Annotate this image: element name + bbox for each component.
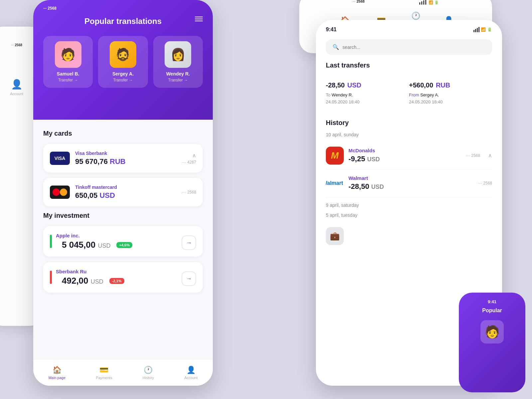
visa-card-info: Visa Sberbank 95 670,76 RUB [75,151,177,166]
left-hamburger-menu[interactable] [195,17,203,21]
mcdonalds-dots: ···· 2568 [466,153,480,158]
history-mcdonalds[interactable]: M McDonalds -9,25 USD ···· 2568 ∧ [326,142,492,170]
contact-wendey-action: Transfer → [168,78,188,82]
right-time: 9:41 [326,27,336,33]
sberbank-arrow-btn[interactable]: → [182,271,196,286]
walmart-amount: -28,50 USD [348,182,473,191]
visa-card-item[interactable]: VISA Visa Sberbank 95 670,76 RUB ∧ ···· … [43,144,203,173]
walmart-name: Walmart [348,175,473,181]
peek-label: Popular [482,308,502,314]
avatar-samuel: 🧑 [55,41,81,68]
transfer-item-2: +560,00 RUB From Sergey A. 24.05.2020 18… [409,76,492,109]
apple-badge: +4,6% [116,242,132,248]
left-account-label: Account [10,92,23,96]
apple-invest-name: Apple inc. [56,233,132,238]
transfer-2-detail: From Sergey A. 24.05.2020 18:40 [409,92,492,106]
left-status-text: ··· 2568 [43,6,57,11]
bottom-nav-history-label: History [143,376,154,380]
battery-icon: 🔋 [487,27,492,32]
left-phone-body: My cards VISA Visa Sberbank 95 670,76 RU… [33,120,213,359]
contact-sergey-action: Transfer → [113,78,133,82]
mcdonalds-info: McDonalds -9,25 USD [348,148,461,163]
apple-arrow-btn[interactable]: → [182,235,196,250]
walmart-dots: ···· 2568 [478,181,492,186]
history-date-2: 9 april, saturday [326,202,492,208]
mastercard-logo [50,186,70,199]
transfer-2-amount: +560,00 RUB [409,79,492,90]
mastercard-dots: ···· 2568 [182,190,196,195]
bottom-home-icon: 🏠 [53,366,62,374]
left-phone-bottom-nav: 🏠 Main page 💳 Payments 🕐 History 👤 Accou… [33,359,213,386]
contact-wendey-name: Wendey R. [166,71,190,76]
contact-wendey[interactable]: 👩 Wendey R. Transfer → [153,36,203,88]
contact-sergey[interactable]: 🧔 Sergey A. Transfer → [98,36,148,88]
mcdonalds-name: McDonalds [348,148,461,153]
sberbank-invest-name: Sberbank Ru [56,269,124,274]
mastercard-amount: 650,05 USD [75,191,177,200]
visa-card-amount: 95 670,76 RUB [75,157,177,166]
avatar-sergey: 🧔 [110,41,136,68]
bottom-nav-account[interactable]: 👤 Account [185,366,198,380]
bottom-nav-main[interactable]: 🏠 Main page [49,366,66,380]
left-account-icon: 👤 [11,79,23,90]
last-transfers-grid: -28,50 USD To Wendey R. 24.05.2020 18:40… [326,76,492,109]
apple-invest-bar [50,235,52,248]
my-cards-title: My cards [43,130,203,137]
bottom-payments-icon: 💳 [99,366,108,374]
last-transfers-title: Last transfers [326,62,492,69]
visa-dots: ···· 4267 [182,160,196,165]
transfer-1-amount: -28,50 USD [326,79,409,90]
my-investment-title: My investment [43,212,203,219]
right-phone-body: Last transfers -28,50 USD To Wendey R. 2… [316,62,502,250]
walmart-logo: Walmart✦ [326,174,344,192]
bottom-nav-account-label: Account [185,376,198,380]
bottom-nav-main-label: Main page [49,376,66,380]
history-date-1: 10 april, sunday [326,132,492,137]
transfer-item-1: -28,50 USD To Wendey R. 24.05.2020 18:40 [326,76,409,109]
contact-sergey-name: Sergey A. [112,71,134,76]
history-walmart[interactable]: Walmart✦ Walmart -28,50 USD ···· 2568 [326,170,492,197]
bottom-account-icon: 👤 [187,366,196,374]
sberbank-invest-amount: 492,00 USD [62,276,103,286]
contact-samuel-name: Samuel B. [57,71,79,76]
avatar-wendey: 👩 [165,41,191,68]
popular-translations-title: Popular translations [43,17,203,26]
left-hamburger-icon[interactable] [13,64,21,66]
mastercard-name: Tinkoff mastercard [75,185,177,190]
history-icon: 🕐 [411,12,420,20]
peek-time: 9:41 [488,299,496,304]
transfer-1-detail: To Wendey R. 24.05.2020 18:40 [326,92,409,106]
right-signal-icons: 📶 🔋 [473,27,492,32]
search-bar[interactable]: 🔍 [326,39,492,55]
peek-avatar: 🧑 [480,320,504,343]
sberbank-invest-bar [50,271,52,284]
mcdonalds-logo: M [326,147,344,165]
bottom-nav-history[interactable]: 🕐 History [143,366,154,380]
wifi-icon: 📶 [481,27,486,32]
top-card-num: 2568 [356,0,364,3]
right-status-bar: 9:41 📶 🔋 [316,20,502,36]
search-icon: 🔍 [332,44,339,50]
sberbank-badge: -2,1% [109,278,124,284]
bottom-right-purple-peek: 9:41 Popular 🧑 [459,293,525,392]
mcdonalds-amount: -9,25 USD [348,155,461,163]
bottom-history-icon: 🕐 [144,366,153,374]
mcdonalds-chevron-icon: ∧ [488,152,492,159]
search-input[interactable] [342,45,485,50]
placeholder-logo: 💼 [326,227,344,245]
left-phone: ··· 2568 Popular translations 🧑 Samuel B… [33,0,213,386]
sberbank-invest-item[interactable]: Sberbank Ru 492,00 USD -2,1% → [43,262,203,293]
apple-invest-item[interactable]: Apple inc. 5 045,00 USD +4,6% → [43,226,203,257]
history-placeholder: 💼 [326,222,492,250]
visa-card-name: Visa Sberbank [75,151,177,156]
bottom-nav-payments-label: Payments [96,376,112,380]
contacts-row: 🧑 Samuel B. Transfer → 🧔 Sergey A. Trans… [43,36,203,88]
visa-logo: VISA [50,152,70,165]
mastercard-item[interactable]: Tinkoff mastercard 650,05 USD ···· 2568 [43,178,203,206]
contact-samuel[interactable]: 🧑 Samuel B. Transfer → [43,36,93,88]
visa-chevron-icon: ∧ [192,152,196,159]
bottom-nav-payments[interactable]: 💳 Payments [96,366,112,380]
walmart-info: Walmart -28,50 USD [348,175,473,191]
history-date-3: 5 april, tuesday [326,212,492,218]
history-title: History [326,119,492,127]
